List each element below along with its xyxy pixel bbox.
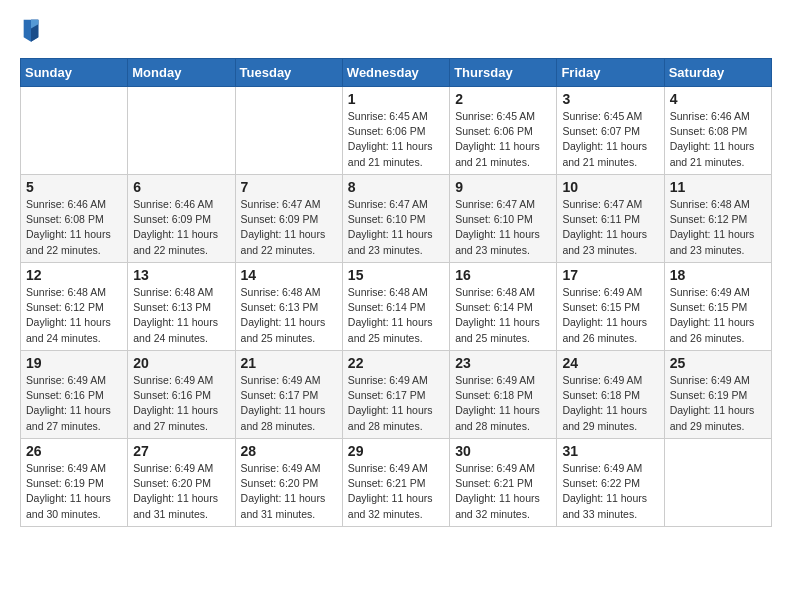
day-info: Sunrise: 6:45 AMSunset: 6:07 PMDaylight:…	[562, 109, 658, 170]
day-info: Sunrise: 6:45 AMSunset: 6:06 PMDaylight:…	[455, 109, 551, 170]
weekday-header-friday: Friday	[557, 59, 664, 87]
day-number: 19	[26, 355, 122, 371]
page: SundayMondayTuesdayWednesdayThursdayFrid…	[0, 0, 792, 612]
day-info: Sunrise: 6:45 AMSunset: 6:06 PMDaylight:…	[348, 109, 444, 170]
day-number: 30	[455, 443, 551, 459]
day-info: Sunrise: 6:48 AMSunset: 6:14 PMDaylight:…	[348, 285, 444, 346]
day-info: Sunrise: 6:49 AMSunset: 6:18 PMDaylight:…	[455, 373, 551, 434]
calendar-cell: 28Sunrise: 6:49 AMSunset: 6:20 PMDayligh…	[235, 439, 342, 527]
calendar-week-row: 12Sunrise: 6:48 AMSunset: 6:12 PMDayligh…	[21, 263, 772, 351]
calendar-week-row: 5Sunrise: 6:46 AMSunset: 6:08 PMDaylight…	[21, 175, 772, 263]
day-number: 17	[562, 267, 658, 283]
calendar-cell	[21, 87, 128, 175]
weekday-header-sunday: Sunday	[21, 59, 128, 87]
day-info: Sunrise: 6:49 AMSunset: 6:15 PMDaylight:…	[670, 285, 766, 346]
calendar-cell: 31Sunrise: 6:49 AMSunset: 6:22 PMDayligh…	[557, 439, 664, 527]
header	[20, 16, 772, 44]
day-info: Sunrise: 6:49 AMSunset: 6:22 PMDaylight:…	[562, 461, 658, 522]
day-number: 28	[241, 443, 337, 459]
day-info: Sunrise: 6:46 AMSunset: 6:08 PMDaylight:…	[670, 109, 766, 170]
day-number: 29	[348, 443, 444, 459]
day-number: 8	[348, 179, 444, 195]
calendar-cell: 8Sunrise: 6:47 AMSunset: 6:10 PMDaylight…	[342, 175, 449, 263]
calendar-cell: 21Sunrise: 6:49 AMSunset: 6:17 PMDayligh…	[235, 351, 342, 439]
day-number: 26	[26, 443, 122, 459]
calendar-cell: 17Sunrise: 6:49 AMSunset: 6:15 PMDayligh…	[557, 263, 664, 351]
weekday-header-row: SundayMondayTuesdayWednesdayThursdayFrid…	[21, 59, 772, 87]
calendar-cell: 2Sunrise: 6:45 AMSunset: 6:06 PMDaylight…	[450, 87, 557, 175]
weekday-header-thursday: Thursday	[450, 59, 557, 87]
day-number: 13	[133, 267, 229, 283]
calendar-cell: 4Sunrise: 6:46 AMSunset: 6:08 PMDaylight…	[664, 87, 771, 175]
day-info: Sunrise: 6:46 AMSunset: 6:08 PMDaylight:…	[26, 197, 122, 258]
day-number: 18	[670, 267, 766, 283]
day-info: Sunrise: 6:46 AMSunset: 6:09 PMDaylight:…	[133, 197, 229, 258]
day-number: 31	[562, 443, 658, 459]
calendar-cell: 9Sunrise: 6:47 AMSunset: 6:10 PMDaylight…	[450, 175, 557, 263]
weekday-header-saturday: Saturday	[664, 59, 771, 87]
day-info: Sunrise: 6:49 AMSunset: 6:21 PMDaylight:…	[455, 461, 551, 522]
day-number: 24	[562, 355, 658, 371]
calendar-cell: 10Sunrise: 6:47 AMSunset: 6:11 PMDayligh…	[557, 175, 664, 263]
calendar-cell: 26Sunrise: 6:49 AMSunset: 6:19 PMDayligh…	[21, 439, 128, 527]
day-info: Sunrise: 6:49 AMSunset: 6:15 PMDaylight:…	[562, 285, 658, 346]
day-number: 22	[348, 355, 444, 371]
day-number: 27	[133, 443, 229, 459]
calendar-cell: 18Sunrise: 6:49 AMSunset: 6:15 PMDayligh…	[664, 263, 771, 351]
calendar-cell: 29Sunrise: 6:49 AMSunset: 6:21 PMDayligh…	[342, 439, 449, 527]
day-number: 14	[241, 267, 337, 283]
calendar-cell: 22Sunrise: 6:49 AMSunset: 6:17 PMDayligh…	[342, 351, 449, 439]
day-info: Sunrise: 6:49 AMSunset: 6:16 PMDaylight:…	[26, 373, 122, 434]
day-number: 6	[133, 179, 229, 195]
day-info: Sunrise: 6:48 AMSunset: 6:12 PMDaylight:…	[670, 197, 766, 258]
calendar-cell: 25Sunrise: 6:49 AMSunset: 6:19 PMDayligh…	[664, 351, 771, 439]
day-number: 7	[241, 179, 337, 195]
calendar-cell: 27Sunrise: 6:49 AMSunset: 6:20 PMDayligh…	[128, 439, 235, 527]
weekday-header-wednesday: Wednesday	[342, 59, 449, 87]
calendar-cell: 1Sunrise: 6:45 AMSunset: 6:06 PMDaylight…	[342, 87, 449, 175]
calendar-cell: 30Sunrise: 6:49 AMSunset: 6:21 PMDayligh…	[450, 439, 557, 527]
weekday-header-monday: Monday	[128, 59, 235, 87]
calendar-cell: 14Sunrise: 6:48 AMSunset: 6:13 PMDayligh…	[235, 263, 342, 351]
day-info: Sunrise: 6:47 AMSunset: 6:10 PMDaylight:…	[348, 197, 444, 258]
calendar-week-row: 19Sunrise: 6:49 AMSunset: 6:16 PMDayligh…	[21, 351, 772, 439]
calendar-cell: 23Sunrise: 6:49 AMSunset: 6:18 PMDayligh…	[450, 351, 557, 439]
calendar-cell: 5Sunrise: 6:46 AMSunset: 6:08 PMDaylight…	[21, 175, 128, 263]
day-number: 20	[133, 355, 229, 371]
day-number: 3	[562, 91, 658, 107]
calendar-cell: 6Sunrise: 6:46 AMSunset: 6:09 PMDaylight…	[128, 175, 235, 263]
day-number: 16	[455, 267, 551, 283]
day-info: Sunrise: 6:48 AMSunset: 6:13 PMDaylight:…	[241, 285, 337, 346]
day-info: Sunrise: 6:49 AMSunset: 6:20 PMDaylight:…	[241, 461, 337, 522]
day-number: 5	[26, 179, 122, 195]
day-number: 23	[455, 355, 551, 371]
calendar-cell: 20Sunrise: 6:49 AMSunset: 6:16 PMDayligh…	[128, 351, 235, 439]
calendar-cell: 24Sunrise: 6:49 AMSunset: 6:18 PMDayligh…	[557, 351, 664, 439]
day-info: Sunrise: 6:47 AMSunset: 6:11 PMDaylight:…	[562, 197, 658, 258]
calendar-cell	[664, 439, 771, 527]
calendar-body: 1Sunrise: 6:45 AMSunset: 6:06 PMDaylight…	[21, 87, 772, 527]
day-info: Sunrise: 6:48 AMSunset: 6:14 PMDaylight:…	[455, 285, 551, 346]
day-number: 21	[241, 355, 337, 371]
calendar-cell: 16Sunrise: 6:48 AMSunset: 6:14 PMDayligh…	[450, 263, 557, 351]
calendar-cell: 19Sunrise: 6:49 AMSunset: 6:16 PMDayligh…	[21, 351, 128, 439]
day-info: Sunrise: 6:48 AMSunset: 6:12 PMDaylight:…	[26, 285, 122, 346]
day-number: 10	[562, 179, 658, 195]
day-number: 11	[670, 179, 766, 195]
calendar-header: SundayMondayTuesdayWednesdayThursdayFrid…	[21, 59, 772, 87]
day-info: Sunrise: 6:49 AMSunset: 6:18 PMDaylight:…	[562, 373, 658, 434]
day-info: Sunrise: 6:49 AMSunset: 6:20 PMDaylight:…	[133, 461, 229, 522]
day-number: 9	[455, 179, 551, 195]
day-number: 2	[455, 91, 551, 107]
calendar-cell: 13Sunrise: 6:48 AMSunset: 6:13 PMDayligh…	[128, 263, 235, 351]
day-info: Sunrise: 6:48 AMSunset: 6:13 PMDaylight:…	[133, 285, 229, 346]
calendar-week-row: 26Sunrise: 6:49 AMSunset: 6:19 PMDayligh…	[21, 439, 772, 527]
day-number: 12	[26, 267, 122, 283]
calendar-week-row: 1Sunrise: 6:45 AMSunset: 6:06 PMDaylight…	[21, 87, 772, 175]
calendar-table: SundayMondayTuesdayWednesdayThursdayFrid…	[20, 58, 772, 527]
day-info: Sunrise: 6:49 AMSunset: 6:16 PMDaylight:…	[133, 373, 229, 434]
calendar-cell: 15Sunrise: 6:48 AMSunset: 6:14 PMDayligh…	[342, 263, 449, 351]
day-info: Sunrise: 6:49 AMSunset: 6:19 PMDaylight:…	[26, 461, 122, 522]
day-info: Sunrise: 6:47 AMSunset: 6:09 PMDaylight:…	[241, 197, 337, 258]
calendar-cell	[235, 87, 342, 175]
